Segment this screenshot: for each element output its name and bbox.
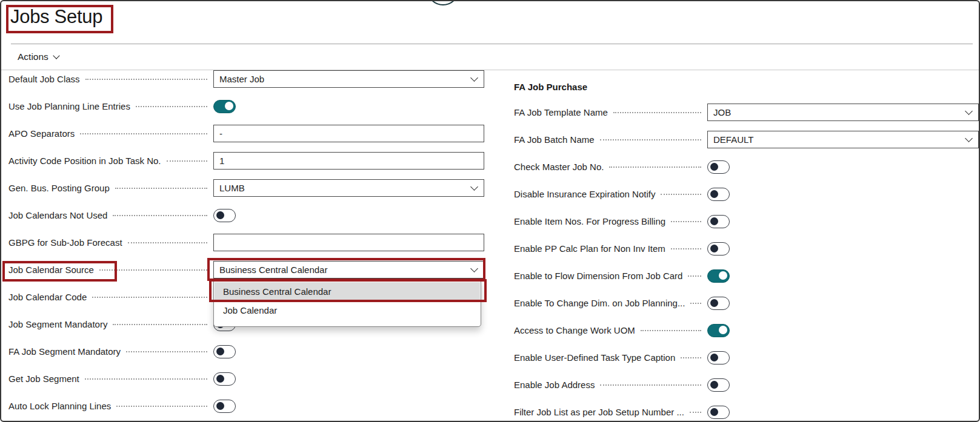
dotted-leader [99,269,207,271]
enable-user-defined-task-type-caption-toggle[interactable] [707,351,730,364]
chevron-down-icon [965,107,973,115]
field-row-access-to-change-work-uom: Access to Change Work UOM [514,317,979,344]
dropdown-option-job-calendar[interactable]: Job Calendar [215,301,480,320]
section-header-fa-job-purchase: FA Job Purchase [514,73,587,101]
field-label-apo-separators: APO Separators [8,128,75,139]
field-control-slot: LUMB [213,179,484,197]
dotted-leader [113,324,207,325]
dotted-leader [128,242,207,243]
field-label-access-to-change-work-uom: Access to Change Work UOM [514,325,635,335]
field-label-enable-pp-calc-plan-for-non-inv-item: Enable PP Calc Plan for Non Inv Item [514,243,665,254]
dotted-leader [681,357,701,358]
job-calendar-source-selected-value: Business Central Calendar [219,265,327,275]
get-job-segment-toggle[interactable] [213,372,236,386]
job-calendar-source-dropdown-list: Business Central Calendar Job Calendar [213,279,481,327]
field-control-slot [707,406,979,419]
field-row-enable-user-defined-task-type-caption: Enable User-Defined Task Type Caption [514,344,979,371]
field-control-slot [213,345,484,358]
job-calendars-not-used-toggle[interactable] [213,209,236,222]
disable-insurance-expiration-notify-toggle[interactable] [707,188,730,201]
field-label-gbpg-for-sub-job-forecast: GBPG for Sub-Job Forecast [8,237,122,248]
dotted-leader [167,160,207,162]
dotted-leader [80,133,207,134]
enable-job-address-toggle[interactable] [707,378,730,392]
field-row-gbpg-for-sub-job-forecast: GBPG for Sub-Job Forecast [8,229,484,256]
use-job-planning-line-entries-toggle[interactable] [213,100,236,113]
field-label-job-calendar-source: Job Calendar Source [8,265,94,275]
field-control-slot: Business Central Calendar [213,261,484,279]
field-row-default-job-class: Default Job ClassMaster Job [8,65,484,93]
field-label-get-job-segment: Get Job Segment [8,374,79,384]
field-label-gen-bus-posting-group: Gen. Bus. Posting Group [8,183,110,193]
dotted-leader [85,378,207,380]
filter-job-list-as-per-job-setup-number-toggle[interactable] [707,406,730,419]
field-control-slot [707,188,979,201]
access-to-change-work-uom-toggle[interactable] [707,324,730,337]
gen-bus-posting-group-select[interactable]: LUMB [213,179,484,197]
gen-bus-posting-group-selected-value: LUMB [219,183,245,193]
field-label-activity-code-position-in-job-task-no: Activity Code Position in Job Task No. [8,156,161,166]
fa-job-batch-name-selected-value: DEFAULT [713,134,753,145]
field-label-default-job-class: Default Job Class [8,74,80,84]
field-control-slot [707,242,979,256]
field-control-slot [707,351,979,364]
dotted-leader [136,106,207,107]
enable-to-change-dim-on-job-planning-toggle[interactable] [707,297,730,310]
field-control-slot: DEFAULT [707,131,979,148]
field-control-slot [213,234,484,251]
field-control-slot [707,324,979,337]
chevron-down-icon [470,265,478,272]
enable-to-flow-dimension-from-job-card-toggle[interactable] [707,269,730,283]
field-label-filter-job-list-as-per-job-setup-number: Filter Job List as per Job Setup Number … [514,407,684,417]
toggle-knob [710,163,718,171]
dotted-leader [613,112,701,113]
field-label-fa-job-template-name: FA Job Template Name [514,107,608,117]
default-job-class-select[interactable]: Master Job [213,70,484,88]
left-field-column: Default Job ClassMaster JobUse Job Plann… [8,1,484,422]
fa-job-segment-mandatory-toggle[interactable] [213,345,236,358]
field-control-slot [213,372,484,386]
toggle-knob [719,326,727,334]
field-control-slot [707,378,979,392]
job-calendar-source-select[interactable]: Business Central Calendar [213,261,484,279]
enable-pp-calc-plan-for-non-inv-item-toggle[interactable] [707,242,730,256]
auto-lock-planning-lines-toggle[interactable] [213,400,236,413]
toggle-knob [710,245,718,252]
gbpg-for-sub-job-forecast-input[interactable] [213,234,484,251]
field-control-slot [707,269,979,283]
field-control-slot [707,215,979,228]
field-row-fa-job-segment-mandatory: FA Job Segment Mandatory [8,338,484,365]
field-label-enable-item-nos-for-progress-billing: Enable Item Nos. For Progress Billing [514,216,665,226]
field-control-slot [213,100,484,113]
jobs-setup-page: Jobs Setup Actions Default Job ClassMast… [0,0,980,422]
field-row-enable-to-flow-dimension-from-job-card: Enable to Flow Dimension From Job Card [514,262,979,289]
dropdown-option-business-central-calendar[interactable]: Business Central Calendar [215,282,480,301]
field-row-auto-lock-planning-lines: Auto Lock Planning Lines [8,392,484,420]
field-label-enable-job-address: Enable Job Address [514,380,595,390]
field-control-slot: Master Job [213,70,484,88]
dotted-leader [609,166,701,168]
activity-code-position-in-job-task-no-input[interactable] [213,152,484,170]
field-control-slot: JOB [707,104,979,121]
fa-job-template-name-select[interactable]: JOB [707,104,979,121]
field-row-disable-insurance-expiration-notify: Disable Insurance Expiration Notify [514,180,979,208]
toggle-knob [710,354,718,361]
field-control-slot [707,160,979,174]
field-label-job-calendar-code: Job Calendar Code [8,292,87,302]
enable-item-nos-for-progress-billing-toggle[interactable] [707,215,730,228]
field-label-check-master-job-no: Check Master Job No. [514,162,604,172]
toggle-knob [216,375,224,383]
toggle-knob [216,348,224,355]
dotted-leader [641,330,701,331]
chevron-down-icon [965,134,973,142]
dotted-leader [115,188,207,189]
chevron-down-icon [470,183,478,191]
apo-separators-input[interactable] [213,125,484,142]
field-label-job-segment-mandatory: Job Segment Mandatory [8,319,107,329]
right-field-column: FA Job Purchase FA Job Template NameJOBF… [514,1,979,422]
field-label-job-calendars-not-used: Job Calendars Not Used [8,210,107,220]
field-label-enable-to-change-dim-on-job-planning: Enable To Change Dim. on Job Planning... [514,298,685,308]
fa-job-batch-name-select[interactable]: DEFAULT [707,131,979,148]
field-row-enable-job-address: Enable Job Address [514,371,979,398]
check-master-job-no-toggle[interactable] [707,160,730,174]
